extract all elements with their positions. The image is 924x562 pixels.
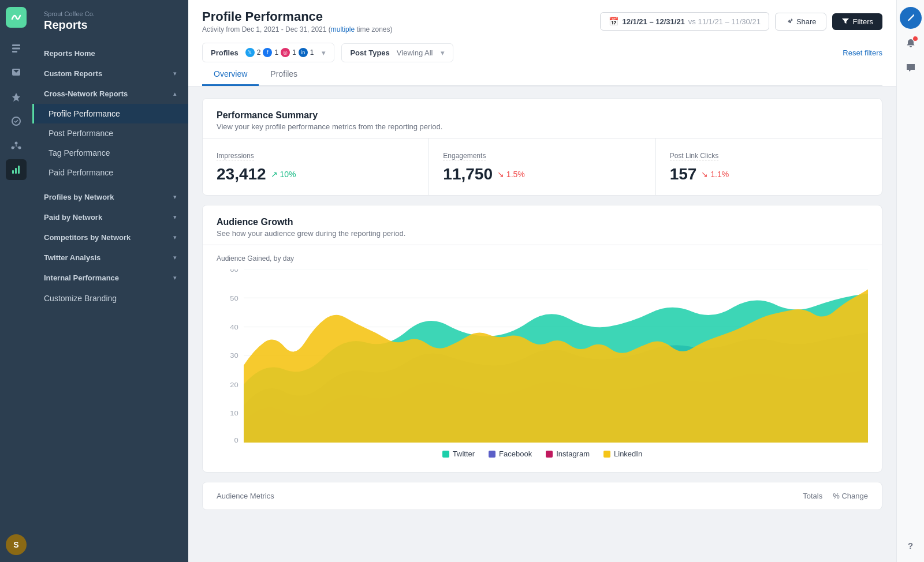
metric-post-link-clicks: Post Link Clicks 157 ↘ 1.1% [656,138,882,195]
svg-text:0: 0 [234,437,238,443]
profiles-dropdown[interactable]: Profiles 𝕏 2 f 1 ◎ 1 in 1 ▾ [202,43,334,62]
page-title-area: Profile Performance Activity from Dec 1,… [202,9,393,33]
svg-text:20: 20 [230,381,238,388]
notifications-icon[interactable] [901,33,921,53]
network-icons: 𝕏 2 f 1 ◎ 1 in 1 [245,48,314,57]
metric-impressions-label: Impressions [217,152,254,160]
metric-link-clicks-label: Post Link Clicks [670,152,719,160]
chart-label: Audience Gained, by day [217,254,868,263]
svg-rect-0 [12,44,20,46]
nav-inbox-icon[interactable] [6,62,27,83]
svg-rect-8 [15,168,17,174]
svg-text:50: 50 [230,294,238,302]
sidebar: Sprout Coffee Co. Reports Reports Home C… [32,0,188,562]
facebook-icon: f [263,48,272,57]
sidebar-item-profiles-by-network[interactable]: Profiles by Network ▾ [32,187,188,207]
tab-overview[interactable]: Overview [202,62,259,86]
legend-facebook: Facebook [489,449,532,458]
icon-rail-left: S [0,0,32,562]
tabs-row: Overview Profiles [202,62,882,86]
chart-container: Audience Gained, by day 60 50 [203,245,882,472]
audience-metrics-card: Audience Metrics Totals % Change [202,482,882,510]
svg-point-4 [15,142,18,145]
chevron-down-icon: ▾ [173,274,177,282]
svg-text:60: 60 [230,269,238,273]
filters-button[interactable]: Filters [832,13,882,30]
performance-summary-title: Performance Summary [217,110,868,121]
metric-link-clicks-change: ↘ 1.1% [701,170,729,179]
right-icon-rail: ? [896,0,924,562]
sidebar-item-customize-branding[interactable]: Customize Branding [32,288,188,309]
twitter-icon: 𝕏 [245,48,255,57]
sidebar-item-tag-performance[interactable]: Tag Performance [32,143,188,163]
date-range-button[interactable]: 📅 12/1/21 – 12/31/21 vs 11/1/21 – 11/30/… [600,12,769,31]
help-icon[interactable]: ? [901,535,921,555]
nav-tasks-icon[interactable] [6,111,27,132]
legend-linkedin: LinkedIn [603,449,642,458]
sidebar-item-reports-home[interactable]: Reports Home [32,43,188,63]
sidebar-item-paid-performance[interactable]: Paid Performance [32,163,188,182]
svg-rect-1 [12,48,20,50]
svg-rect-7 [12,170,14,174]
metric-engagements-change: ↘ 1.5% [497,170,525,179]
reset-filters-button[interactable]: Reset filters [843,48,882,57]
audience-growth-card: Audience Growth See how your audience gr… [202,205,882,473]
svg-rect-2 [12,51,17,53]
sidebar-header: Sprout Coffee Co. Reports [32,0,188,39]
audience-growth-chart: 60 50 40 30 20 10 0 [217,269,868,443]
legend-twitter: Twitter [442,449,475,458]
sidebar-nav: Reports Home Custom Reports ▾ Cross-Netw… [32,39,188,313]
content-area: Performance Summary View your key profil… [188,87,896,562]
nav-social-icon[interactable] [6,135,27,156]
twitter-legend-dot [442,451,449,458]
nav-publishing-icon[interactable] [6,87,27,107]
chart-legend: Twitter Facebook Instagram LinkedIn [217,443,868,460]
chevron-down-icon: ▾ [173,254,177,261]
metric-engagements-label: Engagements [443,152,486,160]
metric-engagements: Engagements 11,750 ↘ 1.5% [429,138,655,195]
sidebar-item-custom-reports[interactable]: Custom Reports ▾ [32,63,188,84]
instagram-icon: ◎ [281,48,290,57]
audience-growth-subtitle: See how your audience grew during the re… [217,229,868,238]
performance-summary-header: Performance Summary View your key profil… [203,99,882,138]
page-subtitle: Activity from Dec 1, 2021 - Dec 31, 2021… [202,25,393,33]
company-name: Sprout Coffee Co. [44,10,177,17]
chevron-up-icon: ▴ [173,90,177,98]
audience-growth-title: Audience Growth [217,217,868,227]
share-button[interactable]: Share [775,13,826,31]
tab-profiles[interactable]: Profiles [259,62,309,86]
sidebar-item-internal-performance[interactable]: Internal Performance ▾ [32,268,188,288]
chevron-down-icon: ▾ [173,193,177,201]
page-title: Profile Performance [202,9,393,24]
chevron-down-icon: ▾ [173,234,177,241]
sidebar-item-competitors-by-network[interactable]: Competitors by Network ▾ [32,227,188,248]
sidebar-item-paid-by-network[interactable]: Paid by Network ▾ [32,207,188,227]
metric-impressions-change: ↗ 10% [271,170,296,179]
linkedin-legend-dot [603,451,610,458]
sidebar-item-profile-performance[interactable]: Profile Performance [32,104,188,123]
svg-text:40: 40 [230,323,238,331]
sidebar-item-twitter-analysis[interactable]: Twitter Analysis ▾ [32,248,188,268]
metric-link-clicks-value: 157 ↘ 1.1% [670,165,868,183]
user-avatar[interactable]: S [6,534,27,555]
sidebar-item-post-performance[interactable]: Post Performance [32,123,188,143]
metric-impressions: Impressions 23,412 ↗ 10% [203,138,429,195]
chevron-down-icon: ▾ [173,70,177,77]
facebook-legend-dot [489,451,495,458]
nav-reports-icon[interactable] [6,159,27,180]
svg-text:30: 30 [230,352,238,359]
sidebar-item-cross-network[interactable]: Cross-Network Reports ▴ [32,84,188,104]
edit-icon[interactable] [900,7,922,29]
nav-compose-icon[interactable] [6,38,27,59]
legend-instagram: Instagram [546,449,590,458]
chevron-down-icon: ▾ [173,213,177,221]
messages-icon[interactable] [901,58,921,77]
linkedin-icon: in [299,48,308,57]
metrics-row: Impressions 23,412 ↗ 10% Engagements 11,… [203,138,882,195]
post-types-dropdown[interactable]: Post Types Viewing All ▾ [341,43,453,62]
svg-rect-9 [18,166,20,174]
topbar-actions: 📅 12/1/21 – 12/31/21 vs 11/1/21 – 11/30/… [600,12,882,31]
performance-summary-subtitle: View your key profile performance metric… [217,122,868,131]
chart-area: 60 50 40 30 20 10 0 [217,269,868,443]
metric-impressions-value: 23,412 ↗ 10% [217,165,415,183]
